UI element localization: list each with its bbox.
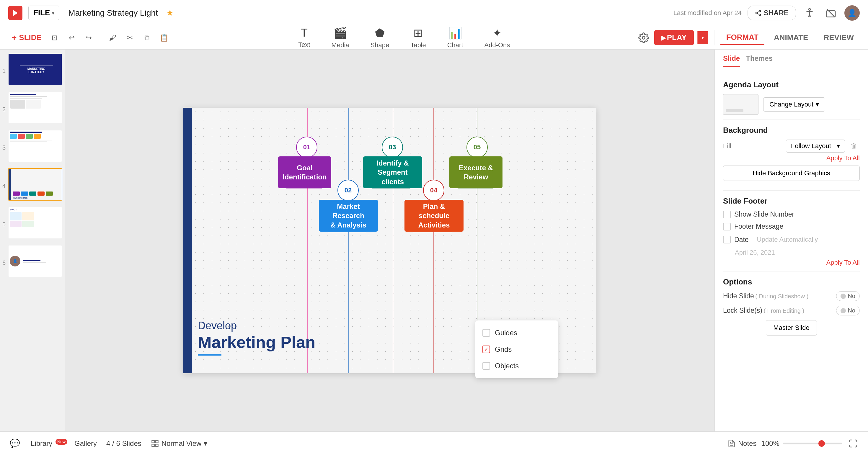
view-mode-button[interactable]: Normal View ▾ xyxy=(147,437,211,450)
file-label: FILE xyxy=(33,8,50,18)
divider-2 xyxy=(723,190,860,191)
library-tab[interactable]: Library New xyxy=(27,437,71,450)
tab-format[interactable]: FORMAT xyxy=(720,30,764,45)
guides-label: Guides xyxy=(495,329,517,337)
fullscreen-button[interactable] xyxy=(847,437,860,450)
slide-item-3[interactable]: 3 xyxy=(2,130,62,165)
add-slide-button[interactable]: + SLIDE xyxy=(8,31,45,45)
hide-slide-label: Hide Slide xyxy=(723,292,754,300)
slide-item-5[interactable]: 5 SWOT xyxy=(2,206,62,242)
circle-03: 03 xyxy=(382,137,403,158)
last-modified-text: Last modified on Apr 24 xyxy=(674,9,742,17)
cut-button[interactable]: ✂ xyxy=(122,30,137,45)
date-value: April 26, 2021 xyxy=(735,249,860,256)
popup-guides-item[interactable]: Guides xyxy=(475,325,558,341)
layout-preview xyxy=(723,94,758,115)
shape-icon: ⬟ xyxy=(375,27,385,39)
shape-tool[interactable]: ⬟ Shape xyxy=(366,24,394,51)
undo-button[interactable]: ↩ xyxy=(64,30,80,45)
grids-checkbox[interactable] xyxy=(483,346,490,353)
slide-item-4[interactable]: 4 Marketing Plan xyxy=(2,168,62,204)
date-checkbox[interactable] xyxy=(723,236,731,243)
box-identify-segment: Identify &Segment clients xyxy=(363,156,422,188)
hide-slide-toggle[interactable]: No xyxy=(836,291,860,301)
lock-slide-no: No xyxy=(848,307,855,314)
vertical-line-blue xyxy=(348,108,349,373)
notes-button[interactable]: Notes xyxy=(727,440,757,448)
hide-slide-row: Hide Slide ( During Slideshow ) No xyxy=(723,291,860,301)
footer-message-checkbox[interactable] xyxy=(723,223,731,230)
paste-button[interactable]: 📋 xyxy=(156,30,172,45)
guides-checkbox[interactable] xyxy=(483,329,490,337)
svg-rect-10 xyxy=(152,440,154,443)
file-menu-button[interactable]: FILE ▾ xyxy=(28,6,59,20)
slide-footer-title: Slide Footer xyxy=(723,197,860,206)
favorite-icon[interactable]: ★ xyxy=(166,8,174,18)
chat-button[interactable]: 💬 xyxy=(8,437,21,450)
fill-apply-all[interactable]: Apply To All xyxy=(723,154,860,162)
fill-delete-button[interactable]: 🗑 xyxy=(848,140,860,152)
box-market-research: Market Research& Analysis xyxy=(319,200,378,232)
media-tool[interactable]: 🎬 Media xyxy=(327,24,354,51)
hide-slide-labels: Hide Slide ( During Slideshow ) xyxy=(723,292,808,300)
settings-button[interactable] xyxy=(637,31,651,45)
hide-background-button[interactable]: Hide Background Graphics xyxy=(723,166,860,181)
media-icon: 🎬 xyxy=(333,27,347,39)
hide-slide-no: No xyxy=(848,293,855,299)
user-avatar[interactable]: 👤 xyxy=(844,5,860,21)
footer-message-label: Footer Message xyxy=(734,223,783,230)
slide-item-2[interactable]: 2 xyxy=(2,92,62,127)
tab-animate[interactable]: ANIMATE xyxy=(768,31,814,44)
notifications-button[interactable] xyxy=(823,5,838,21)
zoom-slider[interactable] xyxy=(783,443,842,444)
master-slide-button[interactable]: Master Slide xyxy=(766,320,817,335)
slide-item-1[interactable]: 1 MARKETINGSTRATEGY xyxy=(2,53,62,89)
text-label: Text xyxy=(298,41,310,49)
chart-label: Chart xyxy=(447,41,463,49)
table-tool[interactable]: ⊞ Table xyxy=(406,24,431,51)
right-panel: Slide Themes Agenda Layout Change Layout… xyxy=(714,50,868,431)
library-gallery-tabs: Library New Gallery xyxy=(27,437,100,450)
copy-button[interactable]: ⧉ xyxy=(140,30,155,45)
play-label: PLAY xyxy=(667,33,687,42)
share-button[interactable]: SHARE xyxy=(748,6,796,20)
bottom-right: Notes 100% xyxy=(727,437,860,450)
accessibility-button[interactable] xyxy=(802,5,817,21)
right-panel-tabs: Slide Themes xyxy=(715,50,868,67)
tab-themes[interactable]: Themes xyxy=(746,54,773,67)
zoom-area: 100% xyxy=(762,440,842,448)
objects-checkbox[interactable] xyxy=(483,362,490,370)
fill-value: Follow Layout xyxy=(791,142,831,150)
popup-grids-item[interactable]: Grids xyxy=(475,341,558,358)
show-slide-number-checkbox[interactable] xyxy=(723,211,731,218)
tab-slide[interactable]: Slide xyxy=(723,54,740,67)
change-layout-chevron: ▾ xyxy=(816,101,819,108)
zoom-thumb[interactable] xyxy=(818,440,825,447)
fill-dropdown[interactable]: Follow Layout ▾ xyxy=(786,139,845,153)
layout-button[interactable]: ⊡ xyxy=(47,30,62,45)
slide-item-6[interactable]: 6 👤 xyxy=(2,245,62,280)
fill-chevron-icon: ▾ xyxy=(837,142,840,150)
paint-format-button[interactable]: 🖌 xyxy=(105,30,120,45)
play-button[interactable]: ▶ PLAY xyxy=(654,30,694,45)
text-tool[interactable]: T Text xyxy=(293,24,315,51)
gallery-tab[interactable]: Gallery xyxy=(71,437,100,450)
options-title: Options xyxy=(723,278,860,287)
tab-review[interactable]: REVIEW xyxy=(817,31,860,44)
footer-section: Show Slide Number Footer Message Date Up… xyxy=(723,210,860,256)
view-label: Normal View xyxy=(161,440,202,448)
objects-label: Objects xyxy=(495,362,519,370)
svg-marker-0 xyxy=(13,10,18,16)
slide-panel: 1 MARKETINGSTRATEGY 2 xyxy=(0,50,65,431)
change-layout-button[interactable]: Change Layout ▾ xyxy=(763,97,825,111)
change-layout-label: Change Layout xyxy=(769,101,813,108)
show-slide-number-label: Show Slide Number xyxy=(734,210,794,218)
popup-objects-item[interactable]: Objects xyxy=(475,358,558,374)
lock-slide-toggle[interactable]: No xyxy=(836,306,860,316)
chart-tool[interactable]: 📊 Chart xyxy=(442,24,468,51)
footer-apply-all[interactable]: Apply To All xyxy=(723,259,860,266)
addons-tool[interactable]: ✦ Add-Ons xyxy=(480,24,515,51)
redo-button[interactable]: ↪ xyxy=(81,30,97,45)
date-row: Date Update Automatically xyxy=(723,235,860,245)
play-dropdown-button[interactable]: ▾ xyxy=(698,31,708,44)
